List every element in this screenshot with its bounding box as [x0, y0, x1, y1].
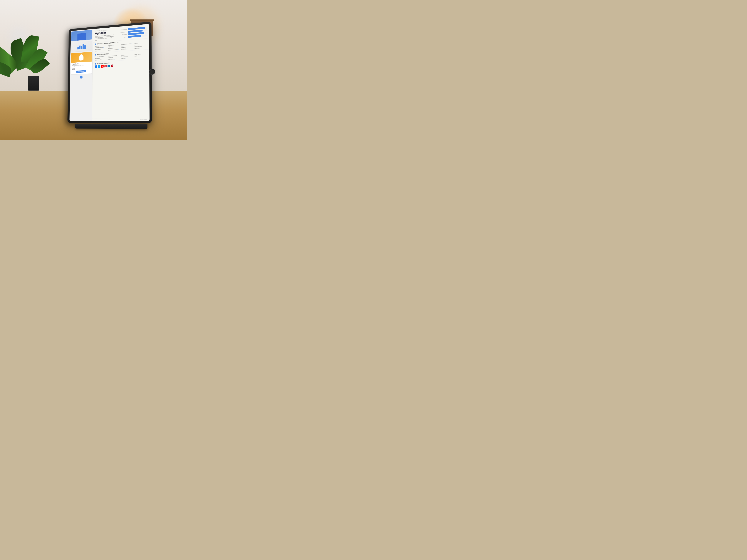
building-shape: [77, 33, 86, 41]
website-footer: © 2020 Agitalizr: [92, 118, 150, 121]
header-chart: Atteinte Marché Positionnement: [117, 26, 147, 39]
social-facebook-icon[interactable]: f: [95, 65, 97, 68]
spec-recherche: Recherche: [134, 47, 147, 49]
bar-s-4: [82, 44, 84, 49]
chart-bars-small: [77, 44, 85, 49]
bar-label-functional: Fonctionnel: [117, 34, 127, 36]
social-instagram-icon[interactable]: in: [104, 65, 107, 68]
pack-subtitle: Une landing page pour présenter votre ac…: [72, 64, 91, 68]
tablet-device: Pack Starter Une landing page pour prése…: [68, 22, 152, 123]
pack-cta-button[interactable]: En savoir plus: [76, 70, 86, 73]
website-main-content: BENCHMARK DIGITAL Agitalizr Agitalizr, s…: [92, 24, 150, 121]
bar-label-positioning: Positionnement: [117, 31, 127, 33]
spec-cta-telephone: CTA téléphone: [121, 48, 133, 50]
spec-sitemap: Sitemap ✓: [95, 50, 106, 52]
rocket-icon: [79, 54, 83, 61]
social-pinterest-icon[interactable]: P: [111, 64, 113, 67]
bar-s-2: [79, 46, 80, 49]
tablet-screen: Pack Starter Une landing page pour prése…: [70, 24, 150, 121]
pack-price: 99€: [72, 68, 91, 71]
performance-chart: Atteinte Marché Positionnement: [117, 26, 147, 39]
social-youtube-icon[interactable]: ▶: [101, 65, 104, 68]
sidebar-card-rocket-image: [71, 52, 92, 63]
tablet-body: Pack Starter Une landing page pour prése…: [68, 22, 152, 123]
sidebar-social-row: f: [70, 74, 92, 80]
sidebar-card-chart: [71, 41, 92, 52]
pos-empty: [134, 56, 147, 58]
sidebar-card-building-image: [71, 30, 92, 41]
company-description: Agitalizr, spécialiste de la conception …: [95, 34, 114, 41]
spec-liens-reseaux: Liens réseaux sociaux ✓: [108, 49, 119, 51]
header-left: BENCHMARK DIGITAL Agitalizr Agitalizr, s…: [95, 29, 114, 41]
social-linkedin-icon[interactable]: Li: [107, 64, 110, 67]
bar-s-5: [84, 45, 85, 49]
pos-contenu-pratique: Contenu pratique ✓: [95, 59, 106, 61]
plant-pot: [28, 76, 39, 90]
bar-label-market: Atteinte Marché: [117, 29, 127, 31]
sidebar-card-chart-image: [71, 41, 92, 52]
bar-fill-global: [128, 35, 141, 38]
pos-cases-studies: Cases studies ✓: [108, 58, 120, 60]
website-sidebar: Pack Starter Une landing page pour prése…: [70, 29, 93, 121]
bar-s-3: [81, 46, 82, 49]
tablet-case-bottom: [75, 124, 148, 129]
sidebar-card-building: [71, 30, 92, 41]
footer-copyright: © 2020 Agitalizr: [140, 119, 147, 120]
sidebar-card-pack-content: Pack Starter Une landing page pour prése…: [71, 62, 92, 75]
plant: [15, 35, 52, 90]
pos-startup: Start-up ✓: [121, 57, 133, 59]
bar-s-1: [77, 47, 79, 49]
bar-label-global: Global: [117, 36, 127, 38]
social-twitter-icon[interactable]: t: [98, 65, 100, 68]
sidebar-card-pack: Pack Starter Une landing page pour prése…: [71, 52, 92, 75]
sidebar-social-icon[interactable]: f: [80, 76, 82, 79]
price-value: 99€: [72, 68, 75, 71]
